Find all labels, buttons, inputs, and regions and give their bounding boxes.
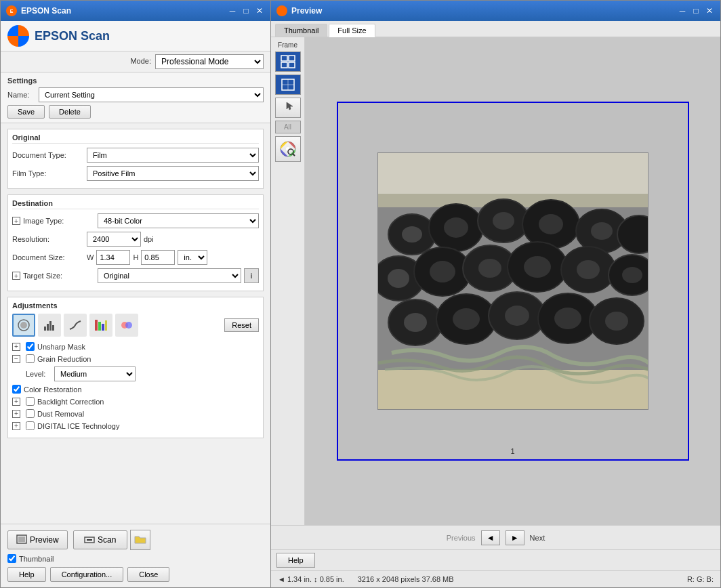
- next-button[interactable]: ►: [506, 530, 524, 545]
- svg-point-13: [125, 322, 132, 329]
- target-size-select[interactable]: Original: [98, 268, 241, 283]
- tab-fullsize[interactable]: Full Size: [329, 24, 375, 37]
- dust-removal-checkbox[interactable]: [26, 409, 35, 418]
- svg-point-18: [278, 7, 286, 15]
- folder-button[interactable]: [130, 530, 150, 550]
- reset-button[interactable]: Reset: [224, 318, 259, 332]
- frame-toolbar: Frame: [271, 37, 305, 525]
- all-button[interactable]: All: [275, 121, 301, 133]
- unsharp-expand[interactable]: +: [12, 343, 20, 351]
- film-type-label: Film Type:: [12, 169, 87, 177]
- svg-rect-6: [49, 321, 52, 331]
- save-button[interactable]: Save: [7, 105, 45, 119]
- target-size-expand[interactable]: +: [12, 272, 20, 280]
- auto-adj-icon-btn[interactable]: [12, 314, 35, 337]
- titlebar-left: E EPSON Scan: [6, 5, 71, 16]
- frame-pointer-btn[interactable]: [275, 98, 301, 118]
- preview-close-btn[interactable]: ✕: [704, 5, 715, 16]
- hue-saturation-icon-btn[interactable]: [115, 314, 138, 337]
- doc-height-input[interactable]: [141, 250, 175, 265]
- help-button[interactable]: Help: [7, 567, 46, 582]
- unsharp-mask-checkbox[interactable]: [26, 342, 35, 351]
- settings-section: Settings Name: Current Setting Save Dele…: [1, 72, 270, 123]
- backlight-correction-checkbox[interactable]: [26, 397, 35, 406]
- svg-line-29: [293, 154, 295, 156]
- adjustment-icons: Reset: [12, 314, 259, 337]
- preview-help-button[interactable]: Help: [276, 553, 315, 568]
- status-dimensions: ◄ 1.34 in. ↕ 0.85 in.: [278, 575, 344, 583]
- action-buttons-row: Preview Scan: [7, 530, 264, 550]
- preview-maximize-btn[interactable]: □: [691, 5, 701, 16]
- tab-thumbnail[interactable]: Thumbnail: [275, 24, 327, 37]
- preview-statusbar: ◄ 1.34 in. ↕ 0.85 in. 3216 x 2048 pixels…: [271, 570, 720, 587]
- configuration-button[interactable]: Configuration...: [50, 567, 124, 582]
- dpi-label: dpi: [144, 235, 154, 243]
- settings-title: Settings: [7, 77, 264, 85]
- frame-label: Frame: [278, 41, 297, 49]
- image-type-select[interactable]: 48-bit Color: [98, 213, 259, 228]
- backlight-correction-row: + Backlight Correction: [12, 397, 259, 406]
- digital-ice-expand[interactable]: +: [12, 422, 20, 430]
- epson-scan-window: E EPSON Scan ─ □ ✕ EPSON Scan Mode: Prof…: [0, 0, 271, 588]
- epson-scan-title: EPSON Scan: [21, 6, 71, 16]
- doc-unit-select[interactable]: in.: [178, 250, 207, 265]
- svg-rect-21: [281, 62, 287, 68]
- settings-name-select[interactable]: Current Setting: [39, 87, 264, 102]
- image-type-expand[interactable]: +: [12, 217, 20, 225]
- frame-single-btn[interactable]: [275, 75, 301, 95]
- grain-reduction-row: − Grain Reduction: [12, 354, 259, 363]
- preview-navbar: Previous ◄ ► Next: [271, 525, 720, 549]
- delete-button[interactable]: Delete: [49, 105, 91, 119]
- dust-removal-row: + Dust Removal: [12, 409, 259, 418]
- destination-section: Destination + Image Type: 48-bit Color R…: [7, 194, 264, 291]
- image-type-row: + Image Type: 48-bit Color: [12, 213, 259, 228]
- resolution-select[interactable]: 2400: [87, 232, 141, 247]
- bottom-section: Preview Scan: [1, 524, 270, 587]
- preview-minimize-btn[interactable]: ─: [677, 5, 688, 16]
- preview-titlebar-buttons: ─ □ ✕: [677, 5, 715, 16]
- curve-icon-btn[interactable]: [64, 314, 87, 337]
- color-balance-icon-btn[interactable]: [89, 314, 112, 337]
- thumbnail-checkbox[interactable]: [7, 554, 16, 563]
- image-number: 1: [510, 447, 514, 455]
- color-restoration-row: Color Restoration: [12, 385, 259, 394]
- document-type-select[interactable]: Film: [87, 148, 259, 163]
- minimize-button[interactable]: ─: [227, 5, 238, 16]
- epson-logo-icon: E: [6, 5, 17, 16]
- document-type-label: Document Type:: [12, 151, 87, 159]
- level-select[interactable]: Medium Low High: [54, 366, 136, 381]
- maximize-button[interactable]: □: [241, 5, 251, 16]
- previous-button[interactable]: ◄: [481, 530, 500, 545]
- dust-expand[interactable]: +: [12, 410, 20, 418]
- digital-ice-checkbox[interactable]: [26, 421, 35, 430]
- preview-icon: [16, 534, 27, 545]
- preview-button[interactable]: Preview: [7, 530, 68, 549]
- svg-point-43: [591, 222, 613, 240]
- close-button[interactable]: ✕: [254, 5, 265, 16]
- preview-titlebar-left: Preview: [276, 5, 322, 16]
- close-button-footer[interactable]: Close: [127, 567, 169, 582]
- histogram-icon-btn[interactable]: [38, 314, 61, 337]
- scan-button[interactable]: Scan: [73, 530, 127, 549]
- adjustments-title: Adjustments: [12, 301, 259, 310]
- level-row: Level: Medium Low High: [26, 366, 259, 381]
- color-restoration-checkbox[interactable]: [12, 385, 21, 394]
- film-type-select[interactable]: Positive Film: [87, 166, 259, 181]
- svg-point-3: [20, 322, 27, 329]
- grain-expand[interactable]: −: [12, 355, 20, 363]
- svg-point-41: [539, 214, 563, 234]
- svg-point-39: [493, 212, 514, 230]
- svg-point-35: [402, 226, 422, 243]
- backlight-expand[interactable]: +: [12, 398, 20, 406]
- svg-point-62: [505, 306, 529, 326]
- grain-reduction-checkbox[interactable]: [26, 354, 35, 363]
- doc-width-input[interactable]: [96, 250, 130, 265]
- resolution-row: Resolution: 2400 dpi: [12, 232, 259, 247]
- mode-select[interactable]: Professional Mode: [155, 54, 264, 69]
- svg-point-50: [478, 259, 501, 278]
- zoom-color-btn[interactable]: [275, 136, 301, 162]
- frame-auto-btn[interactable]: [275, 51, 301, 72]
- target-size-info-btn[interactable]: i: [244, 268, 259, 283]
- status-pixels: 3216 x 2048 pixels 37.68 MB: [358, 575, 454, 583]
- svg-point-52: [524, 256, 551, 278]
